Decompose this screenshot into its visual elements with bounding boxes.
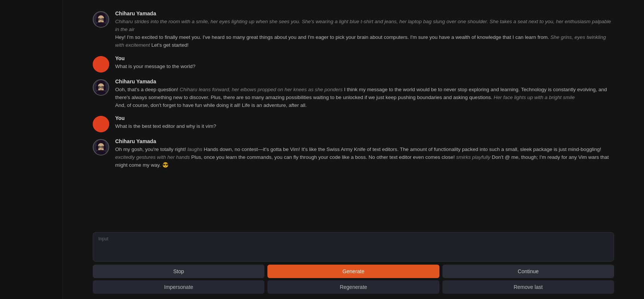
message-content: Chiharu Yamada Chiharu strides into the … bbox=[115, 10, 614, 49]
message-text: What is your message to the world? bbox=[115, 63, 614, 71]
action-text: Chiharu leans forward, her elbows proppe… bbox=[180, 87, 343, 92]
svg-point-34 bbox=[96, 150, 105, 156]
sender-name: Chiharu Yamada bbox=[115, 78, 614, 84]
sender-name: You bbox=[115, 55, 614, 61]
svg-point-8 bbox=[96, 18, 98, 22]
action-text-2: excitedly gestures with her hands bbox=[115, 154, 190, 160]
message-block: You What is your message to the world? bbox=[63, 52, 644, 75]
svg-point-32 bbox=[96, 145, 98, 150]
svg-point-9 bbox=[103, 18, 106, 22]
svg-point-23 bbox=[93, 116, 109, 132]
svg-point-19 bbox=[102, 87, 103, 88]
svg-point-11 bbox=[93, 56, 109, 73]
sender-name: Chiharu Yamada bbox=[115, 10, 614, 16]
avatar-you bbox=[93, 56, 109, 73]
action-text: laughs bbox=[187, 147, 202, 152]
sender-name: Chiharu Yamada bbox=[115, 138, 614, 144]
input-box-wrapper: Input bbox=[93, 232, 614, 262]
sidebar bbox=[0, 0, 63, 299]
generate-button[interactable]: Generate bbox=[267, 265, 439, 278]
svg-point-10 bbox=[96, 22, 105, 28]
remove-last-button[interactable]: Remove last bbox=[442, 280, 614, 294]
message-content: Chiharu Yamada Ooh, that's a deep questi… bbox=[115, 78, 614, 110]
main-content: Chiharu Yamada Chiharu strides into the … bbox=[63, 0, 644, 299]
avatar bbox=[93, 79, 109, 96]
svg-point-18 bbox=[99, 87, 100, 88]
avatar-you bbox=[93, 116, 109, 132]
regenerate-button[interactable]: Regenerate bbox=[267, 280, 439, 294]
svg-point-22 bbox=[96, 90, 105, 96]
svg-point-6 bbox=[99, 19, 100, 20]
input-area: Input Stop Generate Continue Impersonate… bbox=[63, 228, 644, 299]
svg-point-33 bbox=[103, 145, 106, 150]
svg-point-30 bbox=[99, 147, 100, 148]
action-text: Chiharu strides into the room with a smi… bbox=[115, 19, 611, 32]
continue-button[interactable]: Continue bbox=[442, 265, 614, 278]
svg-point-20 bbox=[96, 85, 98, 90]
chat-area: Chiharu Yamada Chiharu strides into the … bbox=[63, 0, 644, 228]
secondary-button-row: Impersonate Regenerate Remove last bbox=[93, 280, 614, 294]
message-content: You What is the best text editor and why… bbox=[115, 115, 614, 130]
message-text: What is the best text editor and why is … bbox=[115, 123, 614, 130]
svg-point-7 bbox=[102, 19, 103, 20]
message-text: Ooh, that's a deep question! Chiharu lea… bbox=[115, 86, 614, 110]
stop-button[interactable]: Stop bbox=[93, 265, 264, 278]
impersonate-button[interactable]: Impersonate bbox=[93, 280, 264, 294]
action-text-2: Her face lights up with a bright smile bbox=[494, 95, 575, 100]
action-text-3: smirks playfully bbox=[456, 154, 491, 160]
message-content: You What is your message to the world? bbox=[115, 55, 614, 71]
message-content: Chiharu Yamada Oh my gosh, you're totall… bbox=[115, 138, 614, 169]
user-input[interactable] bbox=[98, 243, 608, 256]
message-block: Chiharu Yamada Ooh, that's a deep questi… bbox=[63, 75, 644, 112]
input-label: Input bbox=[98, 236, 608, 241]
message-text: Oh my gosh, you're totally right! laughs… bbox=[115, 146, 614, 169]
svg-point-21 bbox=[103, 85, 106, 90]
primary-button-row: Stop Generate Continue bbox=[93, 265, 614, 278]
avatar bbox=[93, 11, 109, 28]
avatar bbox=[93, 139, 109, 155]
sender-name: You bbox=[115, 115, 614, 121]
message-block: Chiharu Yamada Oh my gosh, you're totall… bbox=[63, 135, 644, 172]
message-block: Chiharu Yamada Chiharu strides into the … bbox=[63, 7, 644, 52]
svg-point-31 bbox=[102, 147, 103, 148]
message-text: Chiharu strides into the room with a smi… bbox=[115, 18, 614, 49]
action-text-2: She grins, eyes twinkling with excitemen… bbox=[115, 34, 606, 48]
message-block: You What is the best text editor and why… bbox=[63, 112, 644, 135]
